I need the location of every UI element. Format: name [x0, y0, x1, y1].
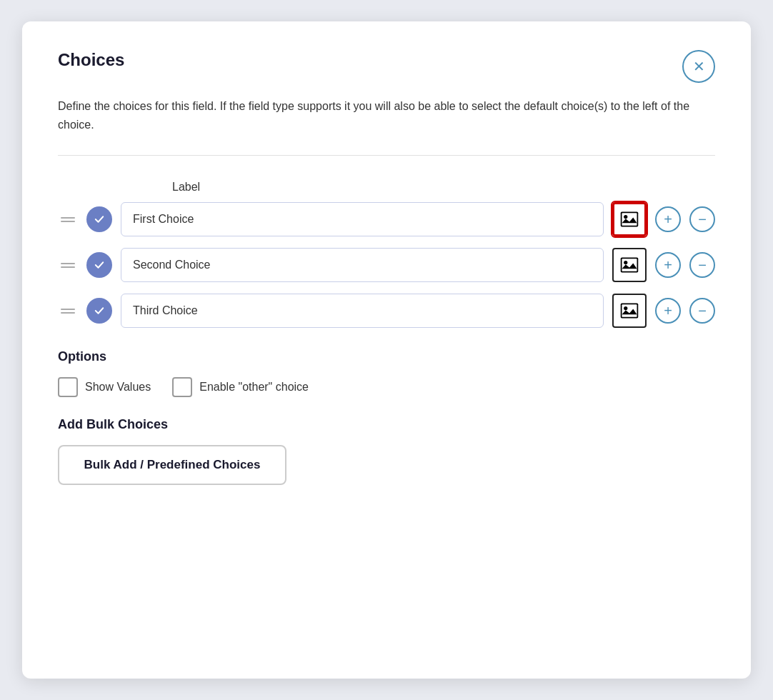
choice-row: + − — [58, 202, 715, 236]
choice-check-1[interactable] — [86, 206, 112, 232]
options-section: Options Show Values Enable "other" choic… — [58, 349, 715, 397]
svg-point-2 — [624, 215, 627, 219]
add-choice-button-2[interactable]: + — [655, 252, 681, 278]
options-row: Show Values Enable "other" choice — [58, 377, 715, 397]
show-values-label: Show Values — [85, 381, 151, 394]
drag-handle[interactable] — [58, 214, 78, 225]
choice-input-2[interactable] — [121, 248, 604, 282]
section-divider — [58, 155, 715, 156]
label-header: Label — [172, 181, 715, 194]
add-choice-button-1[interactable]: + — [655, 206, 681, 232]
add-choice-button-3[interactable]: + — [655, 298, 681, 324]
choice-check-3[interactable] — [86, 298, 112, 324]
svg-point-8 — [624, 306, 627, 310]
remove-choice-button-1[interactable]: − — [689, 206, 715, 232]
choice-input-3[interactable] — [121, 294, 604, 328]
bulk-title: Add Bulk Choices — [58, 417, 715, 432]
svg-rect-1 — [622, 213, 637, 226]
choices-section: Label + − — [58, 181, 715, 328]
enable-other-label: Enable "other" choice — [199, 381, 309, 394]
svg-rect-7 — [622, 304, 637, 317]
drag-handle[interactable] — [58, 306, 78, 316]
choice-row: + − — [58, 294, 715, 328]
choice-input-1[interactable] — [121, 202, 604, 236]
drag-handle[interactable] — [58, 260, 78, 271]
modal-header: Choices ✕ — [58, 50, 715, 83]
enable-other-option: Enable "other" choice — [172, 377, 309, 397]
svg-point-5 — [624, 261, 627, 264]
show-values-checkbox[interactable] — [58, 377, 78, 397]
bulk-add-button[interactable]: Bulk Add / Predefined Choices — [58, 445, 286, 485]
enable-other-checkbox[interactable] — [172, 377, 192, 397]
svg-rect-4 — [622, 259, 637, 271]
modal-title: Choices — [58, 50, 124, 70]
remove-choice-button-2[interactable]: − — [689, 252, 715, 278]
bulk-section: Add Bulk Choices Bulk Add / Predefined C… — [58, 417, 715, 485]
remove-choice-button-3[interactable]: − — [689, 298, 715, 324]
show-values-option: Show Values — [58, 377, 151, 397]
options-title: Options — [58, 349, 715, 364]
choice-row: + − — [58, 248, 715, 282]
image-button-3[interactable] — [612, 294, 647, 328]
image-button-2[interactable] — [612, 248, 647, 282]
modal-description: Define the choices for this field. If th… — [58, 97, 715, 134]
close-icon: ✕ — [693, 58, 705, 75]
image-button-1[interactable] — [612, 202, 647, 236]
choice-check-2[interactable] — [86, 252, 112, 278]
choices-modal: Choices ✕ Define the choices for this fi… — [22, 21, 751, 679]
close-button[interactable]: ✕ — [682, 50, 715, 83]
